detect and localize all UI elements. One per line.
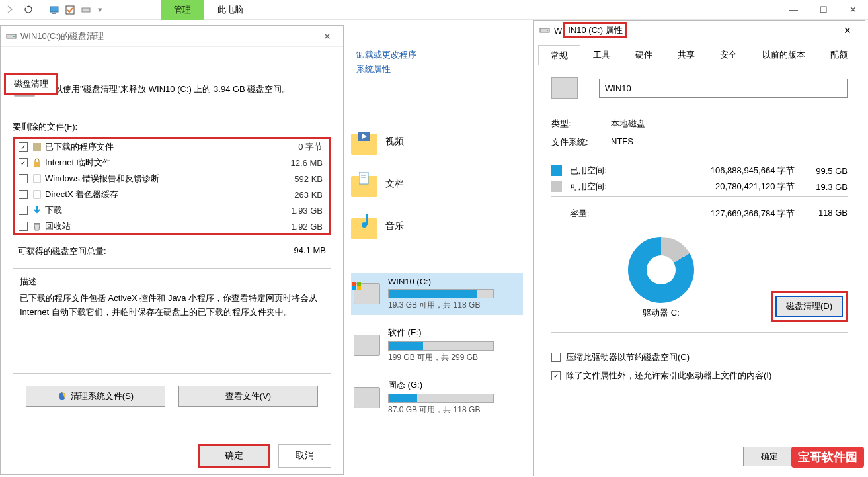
type-label: 类型: <box>551 118 611 130</box>
capacity-label: 容量: <box>551 208 617 220</box>
allow-indexing-checkbox[interactable]: ✓ 除了文件属性外，还允许索引此驱动器上文件的内容(I) <box>551 370 848 382</box>
filesystem-label: 文件系统: <box>551 136 611 148</box>
file-item-directx-shader[interactable]: DirectX 着色器缓存 263 KB <box>15 187 329 202</box>
cleanup-tab[interactable]: 磁盘清理 <box>4 73 58 95</box>
svg-rect-13 <box>34 223 40 224</box>
checkbox-icon[interactable] <box>65 5 75 15</box>
svg-rect-23 <box>352 286 356 290</box>
drive-icon <box>6 31 17 42</box>
drive-properties-dialog: W IN10 (C:) 属性 ✕ 常规 工具 硬件 共享 安全 以前的版本 配额… <box>533 20 865 476</box>
file-item-windows-error[interactable]: Windows 错误报告和反馈诊断 592 KB <box>15 171 329 187</box>
filesystem-value: NTFS <box>611 136 848 148</box>
drive-icon <box>551 77 578 99</box>
minimize-button[interactable]: — <box>779 0 809 20</box>
svg-point-5 <box>13 36 15 37</box>
dropdown-caret-icon[interactable]: ▾ <box>98 5 102 15</box>
tab-general[interactable]: 常规 <box>538 45 580 65</box>
svg-rect-12 <box>34 191 40 198</box>
disk-cleanup-button[interactable]: 磁盘清理(D) <box>775 296 843 317</box>
svg-rect-16 <box>359 172 368 184</box>
clean-system-files-button[interactable]: 清理系统文件(S) <box>26 386 165 407</box>
cancel-button[interactable]: 取消 <box>278 444 331 468</box>
file-item-downloads[interactable]: 下载 1.93 GB <box>15 202 329 218</box>
checkbox[interactable] <box>19 222 28 231</box>
properties-tabs: 常规 工具 硬件 共享 安全 以前的版本 配额 <box>534 40 865 65</box>
tab-sharing[interactable]: 共享 <box>665 44 707 65</box>
checkbox[interactable]: ✓ <box>19 142 28 152</box>
free-space-swatch <box>551 181 562 192</box>
tab-quota[interactable]: 配额 <box>818 44 860 65</box>
drive-g[interactable]: 固态 (G:) 87.0 GB 可用，共 118 GB <box>351 375 523 419</box>
compress-drive-checkbox[interactable]: 压缩此驱动器以节约磁盘空间(C) <box>551 351 848 363</box>
drive-icon[interactable] <box>81 5 91 15</box>
explorer-content: 卸载或更改程序 系统属性 视频 文档 音乐 <box>344 40 530 476</box>
disk-cleanup-button-highlight: 磁盘清理(D) <box>771 291 848 322</box>
svg-rect-20 <box>366 214 368 225</box>
checkbox[interactable]: ✓ <box>19 158 28 167</box>
svg-rect-22 <box>357 282 361 286</box>
svg-rect-3 <box>82 8 90 12</box>
svg-rect-9 <box>33 143 41 151</box>
checkbox[interactable]: ✓ <box>551 371 561 380</box>
tab-hardware[interactable]: 硬件 <box>623 44 665 65</box>
checkbox[interactable] <box>551 353 561 362</box>
forward-icon[interactable] <box>5 5 16 15</box>
refresh-icon[interactable] <box>24 5 34 15</box>
ribbon-tab-manage[interactable]: 管理 <box>161 0 204 20</box>
close-icon[interactable]: ✕ <box>836 22 859 38</box>
svg-rect-24 <box>357 286 361 290</box>
ok-button[interactable]: 确定 <box>198 444 270 468</box>
description-heading: 描述 <box>20 275 324 289</box>
checkbox[interactable] <box>19 206 28 215</box>
svg-point-19 <box>362 222 367 228</box>
capacity-gb: 118 GB <box>795 208 848 220</box>
file-item-recycle-bin[interactable]: 回收站 1.92 GB <box>15 218 329 233</box>
tab-previous-versions[interactable]: 以前的版本 <box>750 44 818 65</box>
drive-icon <box>354 335 380 356</box>
ribbon-tab-this-pc[interactable]: 此电脑 <box>204 0 256 20</box>
checkbox[interactable] <box>19 190 28 199</box>
capacity-bytes: 127,669,366,784 字节 <box>617 208 795 220</box>
used-space-gb: 99.5 GB <box>795 166 848 176</box>
drive-letter-label: 驱动器 C: <box>551 307 771 319</box>
task-uninstall-programs[interactable]: 卸载或更改程序 <box>351 49 523 61</box>
total-space-label: 可获得的磁盘空间总量: <box>18 245 106 257</box>
free-space-gb: 19.3 GB <box>795 182 848 192</box>
file-item-downloaded-programs[interactable]: ✓ 已下载的程序文件 0 字节 <box>15 139 329 155</box>
usage-donut-chart <box>628 237 694 303</box>
cleanup-intro: 可以使用"磁盘清理"来释放 WIN10 (C:) 上的 3.94 GB 磁盘空间… <box>46 83 290 95</box>
folder-videos[interactable]: 视频 <box>351 128 523 155</box>
total-space-value: 94.1 MB <box>294 245 326 257</box>
computer-icon[interactable] <box>49 5 59 15</box>
type-value: 本地磁盘 <box>611 118 848 130</box>
cleanup-title: WIN10(C:)的磁盘清理 <box>20 30 104 42</box>
files-to-delete-label: 要删除的文件(F): <box>13 121 331 133</box>
task-system-properties[interactable]: 系统属性 <box>351 64 523 75</box>
svg-rect-21 <box>352 282 356 286</box>
maximize-button[interactable]: ☐ <box>809 0 838 20</box>
folder-music[interactable]: 音乐 <box>351 213 523 239</box>
close-button[interactable]: ✕ <box>838 0 868 20</box>
explorer-ribbon: ▾ 管理 此电脑 — ☐ ✕ <box>0 0 868 20</box>
tab-security[interactable]: 安全 <box>707 44 750 65</box>
description-box: 描述 已下载的程序文件包括 ActiveX 控件和 Java 小程序，你查看特定… <box>13 268 331 374</box>
volume-name-input[interactable] <box>599 79 848 98</box>
tab-tools[interactable]: 工具 <box>580 44 623 65</box>
svg-rect-2 <box>66 6 74 14</box>
folder-icon <box>351 128 377 155</box>
file-delete-list: ✓ 已下载的程序文件 0 字节 ✓ Internet 临时文件 12.6 MB … <box>13 137 331 235</box>
close-icon[interactable]: ✕ <box>317 28 338 44</box>
drive-e[interactable]: 软件 (E:) 199 GB 可用，共 299 GB <box>351 323 523 367</box>
file-item-internet-temp[interactable]: ✓ Internet 临时文件 12.6 MB <box>15 155 329 171</box>
view-files-button[interactable]: 查看文件(V) <box>178 386 318 407</box>
file-icon <box>32 142 42 152</box>
svg-rect-11 <box>34 175 40 183</box>
svg-rect-1 <box>52 13 56 14</box>
folder-documents[interactable]: 文档 <box>351 171 523 197</box>
properties-titlebar: W IN10 (C:) 属性 ✕ <box>534 21 865 40</box>
drive-c[interactable]: WIN10 (C:) 19.3 GB 可用，共 118 GB <box>351 273 523 315</box>
used-space-bytes: 106,888,945,664 字节 <box>623 165 795 177</box>
folder-icon <box>351 213 377 239</box>
file-icon <box>32 189 42 200</box>
checkbox[interactable] <box>19 174 28 183</box>
